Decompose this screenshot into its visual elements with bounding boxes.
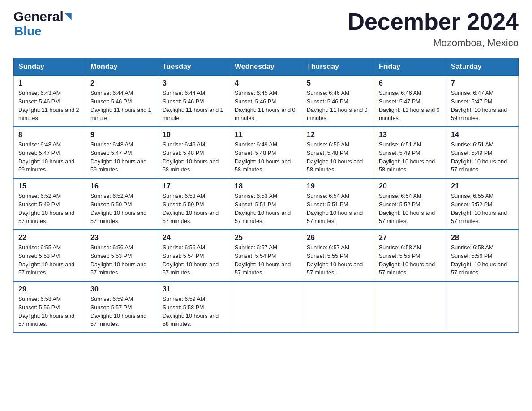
- day-number: 13: [379, 131, 442, 139]
- day-info: Sunrise: 6:52 AMSunset: 5:49 PMDaylight:…: [18, 193, 74, 224]
- table-row: [230, 281, 302, 333]
- table-row: 29 Sunrise: 6:58 AMSunset: 5:56 PMDaylig…: [14, 281, 86, 333]
- day-number: 1: [18, 79, 81, 87]
- table-row: 3 Sunrise: 6:44 AMSunset: 5:46 PMDayligh…: [158, 76, 230, 127]
- day-info: Sunrise: 6:50 AMSunset: 5:48 PMDaylight:…: [307, 141, 363, 173]
- day-info: Sunrise: 6:46 AMSunset: 5:46 PMDaylight:…: [307, 90, 368, 121]
- day-number: 17: [163, 182, 225, 190]
- day-number: 24: [163, 234, 225, 242]
- day-info: Sunrise: 6:44 AMSunset: 5:46 PMDaylight:…: [163, 90, 223, 121]
- table-row: 24 Sunrise: 6:56 AMSunset: 5:54 PMDaylig…: [158, 230, 230, 281]
- day-number: 27: [379, 234, 442, 242]
- day-number: 29: [18, 285, 81, 293]
- calendar-week-5: 29 Sunrise: 6:58 AMSunset: 5:56 PMDaylig…: [14, 281, 519, 333]
- day-info: Sunrise: 6:59 AMSunset: 5:58 PMDaylight:…: [163, 296, 219, 327]
- day-number: 22: [18, 234, 81, 242]
- table-row: 10 Sunrise: 6:49 AMSunset: 5:48 PMDaylig…: [158, 127, 230, 178]
- table-row: 14 Sunrise: 6:51 AMSunset: 5:49 PMDaylig…: [446, 127, 519, 178]
- table-row: 28 Sunrise: 6:58 AMSunset: 5:56 PMDaylig…: [446, 230, 519, 281]
- table-row: [374, 281, 446, 333]
- day-info: Sunrise: 6:52 AMSunset: 5:50 PMDaylight:…: [90, 193, 146, 224]
- table-row: 16 Sunrise: 6:52 AMSunset: 5:50 PMDaylig…: [86, 178, 158, 230]
- calendar-week-4: 22 Sunrise: 6:55 AMSunset: 5:53 PMDaylig…: [14, 230, 519, 281]
- logo-blue-text: Blue: [14, 24, 42, 38]
- day-number: 26: [307, 234, 369, 242]
- day-number: 18: [235, 182, 297, 190]
- day-info: Sunrise: 6:58 AMSunset: 5:55 PMDaylight:…: [379, 244, 435, 276]
- day-info: Sunrise: 6:47 AMSunset: 5:47 PMDaylight:…: [451, 90, 507, 121]
- day-number: 25: [235, 234, 297, 242]
- day-info: Sunrise: 6:45 AMSunset: 5:46 PMDaylight:…: [235, 90, 296, 121]
- day-number: 8: [18, 131, 81, 139]
- day-number: 20: [379, 182, 442, 190]
- table-row: 15 Sunrise: 6:52 AMSunset: 5:49 PMDaylig…: [14, 178, 86, 230]
- logo-triangle: [64, 13, 72, 20]
- logo: General Blue: [13, 9, 73, 39]
- table-row: 30 Sunrise: 6:59 AMSunset: 5:57 PMDaylig…: [86, 281, 158, 333]
- day-info: Sunrise: 6:48 AMSunset: 5:47 PMDaylight:…: [18, 141, 74, 173]
- day-info: Sunrise: 6:48 AMSunset: 5:47 PMDaylight:…: [90, 141, 146, 173]
- day-info: Sunrise: 6:56 AMSunset: 5:53 PMDaylight:…: [90, 244, 146, 276]
- table-row: 2 Sunrise: 6:44 AMSunset: 5:46 PMDayligh…: [86, 76, 158, 127]
- day-info: Sunrise: 6:44 AMSunset: 5:46 PMDaylight:…: [90, 90, 151, 121]
- day-number: 21: [451, 182, 514, 190]
- day-number: 30: [90, 285, 153, 293]
- header-monday: Monday: [86, 58, 158, 76]
- table-row: 11 Sunrise: 6:49 AMSunset: 5:48 PMDaylig…: [230, 127, 302, 178]
- logo-general-text: General: [13, 9, 64, 24]
- table-row: 19 Sunrise: 6:54 AMSunset: 5:51 PMDaylig…: [302, 178, 374, 230]
- day-number: 11: [235, 131, 297, 139]
- table-row: 31 Sunrise: 6:59 AMSunset: 5:58 PMDaylig…: [158, 281, 230, 333]
- table-row: 4 Sunrise: 6:45 AMSunset: 5:46 PMDayligh…: [230, 76, 302, 127]
- day-info: Sunrise: 6:55 AMSunset: 5:53 PMDaylight:…: [18, 244, 74, 276]
- calendar-table: Sunday Monday Tuesday Wednesday Thursday…: [13, 58, 519, 333]
- day-number: 12: [307, 131, 369, 139]
- day-info: Sunrise: 6:57 AMSunset: 5:54 PMDaylight:…: [235, 244, 291, 276]
- table-row: 13 Sunrise: 6:51 AMSunset: 5:49 PMDaylig…: [374, 127, 446, 178]
- header-friday: Friday: [374, 58, 446, 76]
- day-number: 3: [163, 79, 225, 87]
- day-number: 31: [163, 285, 225, 293]
- table-row: 18 Sunrise: 6:53 AMSunset: 5:51 PMDaylig…: [230, 178, 302, 230]
- table-row: [302, 281, 374, 333]
- table-row: 5 Sunrise: 6:46 AMSunset: 5:46 PMDayligh…: [302, 76, 374, 127]
- table-row: 6 Sunrise: 6:46 AMSunset: 5:47 PMDayligh…: [374, 76, 446, 127]
- day-number: 10: [163, 131, 225, 139]
- month-title: December 2024: [348, 9, 519, 34]
- table-row: 7 Sunrise: 6:47 AMSunset: 5:47 PMDayligh…: [446, 76, 519, 127]
- day-info: Sunrise: 6:54 AMSunset: 5:52 PMDaylight:…: [379, 193, 435, 224]
- calendar-week-3: 15 Sunrise: 6:52 AMSunset: 5:49 PMDaylig…: [14, 178, 519, 230]
- title-section: December 2024 Mozomboa, Mexico: [348, 9, 519, 49]
- day-info: Sunrise: 6:58 AMSunset: 5:56 PMDaylight:…: [18, 296, 74, 327]
- header-saturday: Saturday: [446, 58, 519, 76]
- day-info: Sunrise: 6:54 AMSunset: 5:51 PMDaylight:…: [307, 193, 363, 224]
- table-row: 8 Sunrise: 6:48 AMSunset: 5:47 PMDayligh…: [14, 127, 86, 178]
- day-number: 6: [379, 79, 442, 87]
- day-number: 16: [90, 182, 153, 190]
- table-row: 23 Sunrise: 6:56 AMSunset: 5:53 PMDaylig…: [86, 230, 158, 281]
- day-info: Sunrise: 6:43 AMSunset: 5:46 PMDaylight:…: [18, 90, 79, 121]
- day-number: 4: [235, 79, 297, 87]
- day-number: 15: [18, 182, 81, 190]
- header-sunday: Sunday: [14, 58, 86, 76]
- table-row: 12 Sunrise: 6:50 AMSunset: 5:48 PMDaylig…: [302, 127, 374, 178]
- day-number: 14: [451, 131, 514, 139]
- header-thursday: Thursday: [302, 58, 374, 76]
- day-number: 7: [451, 79, 514, 87]
- day-info: Sunrise: 6:49 AMSunset: 5:48 PMDaylight:…: [163, 141, 219, 173]
- table-row: 22 Sunrise: 6:55 AMSunset: 5:53 PMDaylig…: [14, 230, 86, 281]
- day-number: 19: [307, 182, 369, 190]
- day-number: 9: [90, 131, 153, 139]
- table-row: [446, 281, 519, 333]
- table-row: 9 Sunrise: 6:48 AMSunset: 5:47 PMDayligh…: [86, 127, 158, 178]
- table-row: 21 Sunrise: 6:55 AMSunset: 5:52 PMDaylig…: [446, 178, 519, 230]
- table-row: 20 Sunrise: 6:54 AMSunset: 5:52 PMDaylig…: [374, 178, 446, 230]
- header-wednesday: Wednesday: [230, 58, 302, 76]
- day-number: 2: [90, 79, 153, 87]
- table-row: 27 Sunrise: 6:58 AMSunset: 5:55 PMDaylig…: [374, 230, 446, 281]
- table-row: 17 Sunrise: 6:53 AMSunset: 5:50 PMDaylig…: [158, 178, 230, 230]
- calendar-header-row: Sunday Monday Tuesday Wednesday Thursday…: [14, 58, 519, 76]
- calendar-week-2: 8 Sunrise: 6:48 AMSunset: 5:47 PMDayligh…: [14, 127, 519, 178]
- day-number: 23: [90, 234, 153, 242]
- day-info: Sunrise: 6:59 AMSunset: 5:57 PMDaylight:…: [90, 296, 146, 327]
